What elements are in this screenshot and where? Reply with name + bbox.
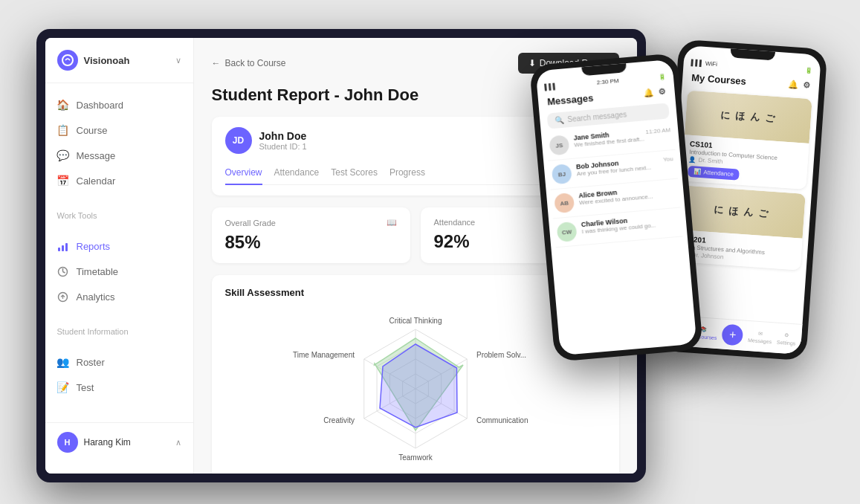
- msg-avatar: BJ: [551, 164, 572, 184]
- stat-label-grade: Overall Grade 📖: [225, 218, 397, 227]
- sidebar-item-timetable[interactable]: Timetable: [45, 259, 193, 284]
- sidebar-item-test[interactable]: 📝 Test: [45, 375, 193, 400]
- brand-name: Visionoah: [84, 55, 130, 66]
- student-name: John Doe: [259, 130, 307, 142]
- sidebar-item-message[interactable]: 💬 Message: [45, 143, 193, 168]
- radar-chart: Critical Thinking Problem Solv... Commun…: [289, 307, 542, 471]
- course-card-cs101[interactable]: に ほ ん ご CS101 Introduction to Computer S…: [681, 90, 812, 189]
- message-list: JS Jane Smith 11:20 AM We finished the f…: [540, 120, 687, 248]
- analytics-icon: [57, 291, 69, 303]
- header-icons: 🔔 ⚙: [643, 87, 666, 99]
- sidebar-item-label: Calendar: [77, 175, 116, 187]
- status-time: 2:30 PM: [596, 77, 618, 86]
- user-name: Harang Kim: [84, 437, 131, 448]
- section-student-info: Student Information: [45, 318, 193, 340]
- tab-overview[interactable]: Overview: [225, 164, 262, 185]
- messages-title: Messages: [546, 92, 593, 107]
- avatar: H: [57, 432, 78, 453]
- brand-left: Visionoah: [57, 50, 130, 71]
- svg-text:Creativity: Creativity: [323, 416, 355, 424]
- back-link[interactable]: ← Back to Course: [212, 58, 286, 68]
- bell-icon: 🔔: [643, 88, 654, 98]
- svg-rect-1: [58, 248, 60, 251]
- svg-point-0: [62, 55, 73, 65]
- msg-body: Charlie Wilson I was thinking we could g…: [581, 213, 679, 235]
- msg-avatar: CW: [556, 222, 577, 242]
- msg-body: Alice Brown Were excited to announce...: [578, 184, 676, 206]
- sidebar: Visionoah ∨ 🏠 Dashboard 📋 Course 💬: [45, 38, 194, 474]
- back-label: Back to Course: [225, 58, 286, 68]
- gear-icon: ⚙: [802, 80, 810, 91]
- brand-icon: [57, 50, 78, 71]
- msg-body: Bob Johnson You Are you free for lunch n…: [575, 155, 673, 177]
- bell-icon: 🔔: [787, 80, 798, 90]
- roster-icon: 👥: [57, 356, 69, 368]
- sidebar-item-label: Reports: [77, 241, 111, 252]
- user-chevron-icon: ∧: [175, 438, 181, 448]
- back-arrow-icon: ←: [212, 58, 221, 68]
- message-icon: 💬: [57, 149, 69, 161]
- svg-text:Communication: Communication: [476, 416, 528, 424]
- sidebar-item-roster[interactable]: 👥 Roster: [45, 349, 193, 375]
- sidebar-item-calendar[interactable]: 📅 Calendar: [45, 168, 193, 193]
- settings-nav-icon: ⚙: [784, 332, 789, 338]
- svg-text:Time Management: Time Management: [293, 351, 355, 359]
- sidebar-item-analytics[interactable]: Analytics: [45, 284, 193, 309]
- tab-attendance[interactable]: Attendance: [274, 164, 320, 185]
- sidebar-work-nav: Reports Timetable: [45, 224, 193, 318]
- svg-rect-2: [62, 245, 64, 251]
- phone-messages: ▌▌▌ 2:30 PM 🔋 Messages 🔔 ⚙ 🔍 Search mess…: [528, 53, 702, 362]
- attendance-icon: 📊: [694, 168, 702, 175]
- nav-label: Messages: [748, 337, 772, 343]
- student-details: John Doe Student ID: 1: [259, 130, 307, 151]
- home-icon: 🏠: [57, 99, 69, 111]
- msg-time: You: [662, 155, 673, 163]
- signal-icon: ▌▌▌ WiFi: [691, 59, 717, 68]
- phone-notch: [730, 47, 775, 60]
- sidebar-item-reports[interactable]: Reports: [45, 233, 193, 259]
- tab-progress[interactable]: Progress: [389, 164, 425, 185]
- sidebar-item-label: Dashboard: [77, 100, 124, 111]
- nav-fab[interactable]: +: [721, 324, 743, 346]
- search-icon: 🔍: [555, 116, 564, 125]
- calendar-icon: 📅: [57, 175, 69, 187]
- battery-icon: 🔋: [658, 74, 666, 81]
- msg-avatar: AB: [554, 193, 575, 213]
- course-body: CS101 Introduction to Computer Science 👤…: [681, 135, 809, 190]
- header-icons: 🔔 ⚙: [787, 80, 810, 91]
- sidebar-item-label: Timetable: [77, 266, 119, 277]
- sidebar-item-label: Course: [77, 125, 108, 136]
- nav-messages[interactable]: ✉ Messages: [748, 329, 772, 343]
- sidebar-main-nav: 🏠 Dashboard 📋 Course 💬 Message 📅 Calenda…: [45, 83, 193, 202]
- fab-button[interactable]: +: [721, 324, 743, 346]
- sidebar-item-dashboard[interactable]: 🏠 Dashboard: [45, 92, 193, 117]
- radar-container: Critical Thinking Problem Solv... Commun…: [225, 307, 606, 474]
- scene: Visionoah ∨ 🏠 Dashboard 📋 Course 💬: [22, 14, 839, 490]
- student-id: Student ID: 1: [259, 142, 307, 151]
- svg-rect-3: [65, 243, 68, 251]
- sidebar-brand[interactable]: Visionoah ∨: [45, 50, 193, 83]
- sidebar-student-nav: 👥 Roster 📝 Test: [45, 340, 193, 409]
- courses-title: My Courses: [691, 72, 746, 87]
- sidebar-footer: H Harang Kim ∧: [45, 422, 193, 462]
- messages-nav-icon: ✉: [757, 330, 763, 336]
- brand-chevron-icon: ∨: [175, 56, 181, 65]
- sidebar-item-course[interactable]: 📋 Course: [45, 117, 193, 143]
- svg-text:Problem Solv...: Problem Solv...: [476, 351, 526, 359]
- teacher-icon: 👤: [688, 156, 696, 164]
- msg-avatar: JS: [549, 135, 569, 155]
- attendance-button[interactable]: 📊 Attendance: [687, 166, 739, 181]
- student-avatar: JD: [225, 127, 252, 154]
- timetable-icon: [57, 265, 69, 277]
- download-icon: ⬇: [528, 58, 536, 68]
- nav-settings[interactable]: ⚙ Settings: [776, 332, 795, 346]
- section-work-tools: Work Tools: [45, 202, 193, 224]
- stat-value-grade: 85%: [225, 232, 397, 253]
- phone-messages-screen: ▌▌▌ 2:30 PM 🔋 Messages 🔔 ⚙ 🔍 Search mess…: [535, 59, 696, 356]
- search-placeholder: Search messages: [566, 110, 627, 123]
- test-icon: 📝: [57, 381, 69, 393]
- tab-test-scores[interactable]: Test Scores: [331, 164, 378, 185]
- book-icon: 📖: [387, 218, 397, 227]
- svg-line-6: [63, 271, 65, 273]
- user-info: H Harang Kim: [57, 432, 131, 453]
